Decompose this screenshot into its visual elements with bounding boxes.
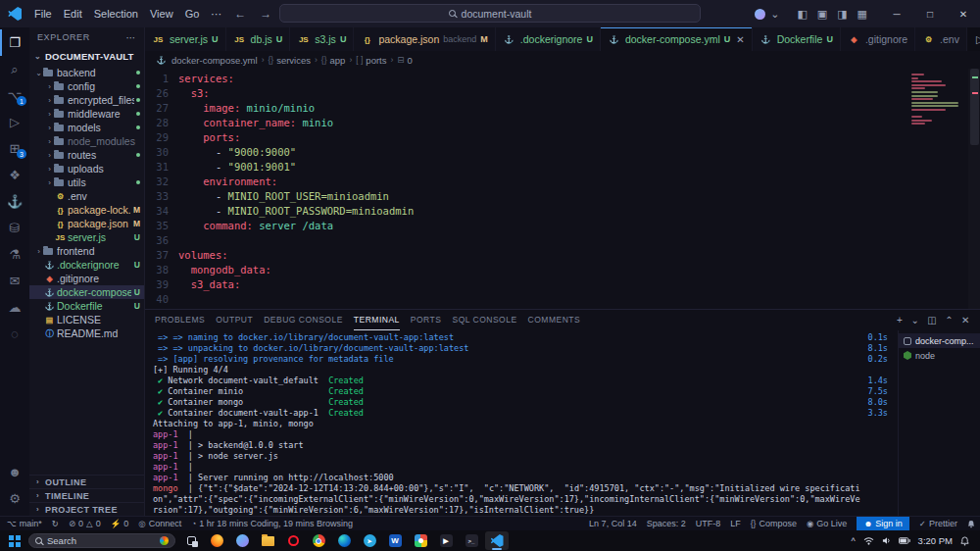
sign-in-item[interactable]: ☻Sign in xyxy=(857,517,908,530)
tree-item-package-lock-json[interactable]: {}package-lock.jsonM xyxy=(29,203,144,217)
code-content[interactable]: services: s3: image: minio/minio contain… xyxy=(178,72,980,309)
breadcrumb-0[interactable]: ⊟0 xyxy=(397,55,412,66)
breadcrumb-ports[interactable]: [ ]ports xyxy=(356,55,386,66)
tree-item-uploads[interactable]: ›uploads xyxy=(29,162,144,175)
panel-tab-problems[interactable]: PROBLEMS xyxy=(155,310,205,330)
tab-dockerignore[interactable]: ⚓.dockerignoreU xyxy=(496,27,601,51)
close-tab-icon[interactable]: ✕ xyxy=(736,34,744,45)
activity-extensions[interactable]: ⊞3 xyxy=(0,135,29,162)
notifications-bell[interactable] xyxy=(967,517,975,530)
activity-remote-explorer[interactable]: ❖ xyxy=(0,162,29,188)
menu-go[interactable]: Go xyxy=(179,5,206,23)
wifi-icon[interactable] xyxy=(863,536,874,545)
tree-item-routes[interactable]: ›routes xyxy=(29,148,144,162)
activity-chat[interactable]: ◌ xyxy=(0,321,29,347)
activity-explorer[interactable]: ❐ xyxy=(0,29,29,56)
language-mode[interactable]: {}Compose xyxy=(751,517,797,530)
panel-tab-ports[interactable]: PORTS xyxy=(411,310,442,330)
toggle-panel-icon[interactable]: ▣ xyxy=(812,8,832,21)
git-branch-item[interactable]: ⌥ main* xyxy=(7,517,42,530)
project-root[interactable]: ⌄ DOCUMENT-VAULT xyxy=(29,47,144,66)
forward-button[interactable]: → xyxy=(253,7,278,21)
tree-item-encrypted-files[interactable]: ›encrypted_files xyxy=(29,93,144,107)
tree-item-gitignore[interactable]: ◈.gitignore xyxy=(29,272,144,285)
toggle-secondary-sidebar-icon[interactable]: ◨ xyxy=(832,8,852,21)
section-outline[interactable]: ›OUTLINE xyxy=(29,475,144,488)
tab-gitignore[interactable]: ◈.gitignore xyxy=(841,27,915,51)
tree-item-backend[interactable]: ⌄backend xyxy=(29,66,144,79)
codetime-item[interactable]: ◔1 hr 18 mins Coding, 19 mins Browsing xyxy=(191,517,353,530)
taskbar-edge[interactable] xyxy=(332,531,356,550)
minimize-button[interactable]: ─ xyxy=(880,0,913,27)
activity-database[interactable]: ⛁ xyxy=(0,215,29,241)
back-button[interactable]: ← xyxy=(227,7,253,21)
breadcrumb-app[interactable]: {}app xyxy=(321,55,346,66)
activity-source-control[interactable]: ⌥1 xyxy=(0,82,29,109)
terminal-dropdown-icon[interactable]: ⌄ xyxy=(910,315,919,326)
sync-button[interactable]: ↻ xyxy=(52,517,59,530)
ports-item[interactable]: ⚡0 xyxy=(111,517,129,530)
customize-layout-icon[interactable]: ▦ xyxy=(853,8,872,21)
cursor-position[interactable]: Ln 7, Col 14 xyxy=(589,517,637,530)
tree-item-utils[interactable]: ›utils xyxy=(29,175,144,189)
menu-selection[interactable]: Selection xyxy=(88,5,144,23)
new-terminal-icon[interactable]: + xyxy=(897,315,903,326)
overview-ruler[interactable] xyxy=(968,69,980,309)
activity-cloud[interactable]: ☁ xyxy=(0,294,29,321)
panel-tab-terminal[interactable]: TERMINAL xyxy=(354,310,400,330)
copilot-icon[interactable] xyxy=(755,9,765,20)
menu-file[interactable]: File xyxy=(28,5,58,23)
breadcrumb-docker-compose-yml[interactable]: ⚓docker-compose.yml xyxy=(155,55,258,66)
section-timeline[interactable]: ›TIMELINE xyxy=(29,488,144,502)
activity-testing[interactable]: ⚗ xyxy=(0,241,29,268)
tree-item-frontend[interactable]: ›frontend xyxy=(29,244,144,258)
tree-item-env[interactable]: ⚙.env xyxy=(29,189,144,203)
volume-icon[interactable] xyxy=(882,536,891,545)
problems-item[interactable]: ⊘0 △0 xyxy=(69,517,101,530)
go-live-item[interactable]: ◉Go Live xyxy=(807,517,847,530)
clock[interactable]: 3:20 PM xyxy=(918,535,953,546)
taskbar-opera[interactable] xyxy=(281,531,305,550)
tab-docker-compose-yml[interactable]: ⚓docker-compose.ymlU✕ xyxy=(601,27,753,51)
tree-item-node-modules[interactable]: ›node_modules xyxy=(29,134,144,148)
activity-docker[interactable]: ⚓ xyxy=(0,188,29,215)
taskbar-photos[interactable] xyxy=(409,531,432,550)
close-panel-icon[interactable]: ✕ xyxy=(961,315,970,326)
taskbar-folder[interactable] xyxy=(256,531,279,550)
sidebar-more-icon[interactable]: ⋯ xyxy=(125,32,136,43)
tree-item-config[interactable]: ›config xyxy=(29,79,144,93)
maximize-button[interactable]: □ xyxy=(913,0,947,27)
terminal-output[interactable]: => => naming to docker.io/library/docume… xyxy=(145,330,898,516)
breadcrumb-services[interactable]: {}services xyxy=(268,55,311,66)
taskbar-media-player[interactable]: ▶ xyxy=(434,531,458,550)
taskbar-chrome[interactable] xyxy=(307,531,330,550)
close-button[interactable]: ✕ xyxy=(947,0,980,27)
taskbar-vscode[interactable] xyxy=(485,531,509,550)
scrollbar-thumb[interactable] xyxy=(970,69,979,145)
split-terminal-icon[interactable]: ◫ xyxy=(927,315,937,326)
activity-account[interactable]: ☻ xyxy=(0,459,29,485)
panel-tab-sql-console[interactable]: SQL CONSOLE xyxy=(452,310,516,330)
tree-item-dockerignore[interactable]: ⚓.dockerignoreU xyxy=(29,258,144,272)
tab-dockerfile[interactable]: ⚓DockerfileU xyxy=(753,27,841,51)
tree-item-package-json[interactable]: {}package.jsonM xyxy=(29,217,144,230)
battery-icon[interactable] xyxy=(899,537,910,544)
tree-item-dockerfile[interactable]: ⚓DockerfileU xyxy=(29,299,144,313)
taskbar-copilot[interactable] xyxy=(230,531,254,550)
panel-tab-debug-console[interactable]: DEBUG CONSOLE xyxy=(264,310,343,330)
activity-mail[interactable]: ✉ xyxy=(0,268,29,294)
taskbar-task-view[interactable] xyxy=(179,531,203,550)
encoding[interactable]: UTF-8 xyxy=(696,517,721,530)
taskbar-firefox[interactable] xyxy=(205,531,228,550)
tab-server-js[interactable]: JSserver.jsU xyxy=(145,27,226,51)
activity-settings[interactable]: ⚙ xyxy=(0,485,29,512)
run-icon[interactable]: ▷ xyxy=(976,33,980,46)
tree-item-server-js[interactable]: JSserver.jsU xyxy=(29,230,144,244)
tree-item-readme-md[interactable]: ⓘREADME.md xyxy=(29,326,144,340)
minimap[interactable] xyxy=(911,74,964,128)
connect-item[interactable]: ◎Connect xyxy=(138,517,181,530)
tree-item-middleware[interactable]: ›middleware xyxy=(29,107,144,121)
tree-item-models[interactable]: ›models xyxy=(29,121,144,134)
chevron-down-icon[interactable]: ⌄ xyxy=(765,8,784,21)
tab-db-js[interactable]: JSdb.jsU xyxy=(226,27,291,51)
